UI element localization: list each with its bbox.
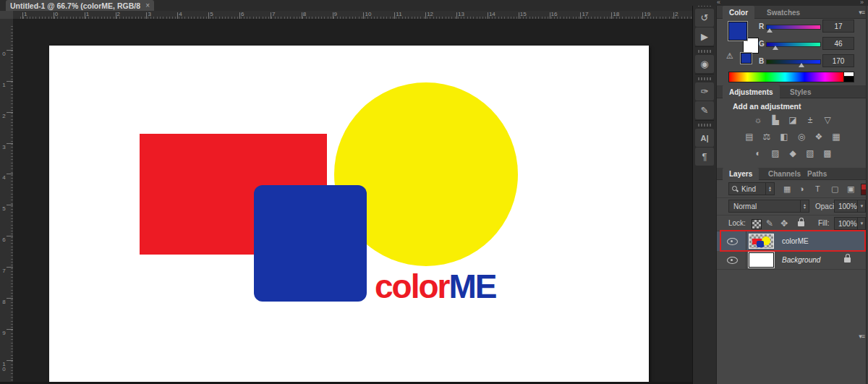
h-ruler-label: 10 xyxy=(365,12,371,17)
v-ruler-label: 6 xyxy=(1,237,7,242)
v-ruler-label: 10 xyxy=(1,362,7,372)
h-ruler-label: 16 xyxy=(551,12,558,17)
channel-r-slider-thumb[interactable] xyxy=(767,28,773,33)
visibility-eye-icon[interactable] xyxy=(727,257,738,264)
pasteboard[interactable]: colorME xyxy=(13,19,692,384)
filter-smart-object-icon[interactable]: ▣ xyxy=(847,184,854,194)
layers-panel-menu-icon[interactable]: ▾≡ xyxy=(859,333,864,340)
drag-grip-icon[interactable] xyxy=(698,50,711,53)
color-lookup-icon[interactable]: ▦ xyxy=(830,131,843,142)
lock-all-icon[interactable] xyxy=(798,221,804,226)
black-white-icon[interactable]: ◧ xyxy=(778,131,791,142)
color-spectrum-ramp[interactable] xyxy=(728,72,844,82)
logo-blue-square xyxy=(254,185,367,302)
lock-pixels-brush-icon[interactable]: ✎ xyxy=(766,218,773,229)
tab-layers[interactable]: Layers xyxy=(723,168,759,180)
fill-combo[interactable]: 100% ▼ xyxy=(834,217,866,230)
photoshop-window: Untitled-1 @ 66.7% (colorME, RGB/8) * × … xyxy=(0,0,868,384)
panel-dock: Color Swatches ▾≡ ⚠ R 17 G 46 B 170 xyxy=(716,6,868,384)
filter-adjustment-icon[interactable]: ◑ xyxy=(799,184,804,193)
color-panel-menu-icon[interactable]: ▾≡ xyxy=(859,9,864,16)
tab-paths[interactable]: Paths xyxy=(801,168,833,180)
adjustment-icons-row-1: ☼▙◪±▽ xyxy=(724,114,861,125)
paragraph-icon[interactable]: ¶ xyxy=(695,148,714,166)
layer-thumbnail[interactable] xyxy=(749,252,774,268)
gradient-map-icon[interactable]: ▧ xyxy=(804,148,817,158)
levels-icon[interactable]: ▙ xyxy=(770,114,782,125)
close-tab-icon[interactable]: × xyxy=(145,2,150,9)
document-tab[interactable]: Untitled-1 @ 66.7% (colorME, RGB/8) * × xyxy=(6,0,154,11)
curves-icon[interactable]: ◪ xyxy=(787,114,799,125)
posterize-icon[interactable]: ▨ xyxy=(770,148,782,158)
brush-settings-icon[interactable]: ✎ xyxy=(695,101,714,119)
channel-g-slider-thumb[interactable] xyxy=(773,46,778,50)
brush-presets-icon[interactable]: ✑ xyxy=(695,82,714,101)
filter-shape-icon[interactable]: ▢ xyxy=(831,184,838,194)
v-ruler-label: 0 xyxy=(1,51,7,56)
drag-grip-icon[interactable] xyxy=(698,124,711,127)
photo-filter-icon[interactable]: ◎ xyxy=(796,131,808,142)
layer-filter-kind-dropdown[interactable]: Kind ▲▼ xyxy=(728,182,775,195)
kind-label: Kind xyxy=(741,185,756,193)
tab-adjustments[interactable]: Adjustments xyxy=(723,85,780,98)
vertical-ruler[interactable]: 012345678910 xyxy=(0,19,14,382)
opacity-value: 100% xyxy=(838,202,857,210)
h-ruler-label: 13 xyxy=(458,12,464,17)
search-icon xyxy=(732,186,739,192)
h-ruler-label: 9 xyxy=(334,12,337,17)
v-ruler-label: 7 xyxy=(1,268,7,273)
channel-r-value[interactable]: 17 xyxy=(822,20,854,33)
selective-color-icon[interactable]: ▩ xyxy=(822,148,834,158)
blend-mode-value: Normal xyxy=(733,202,757,210)
panel-strip-group: A|¶ xyxy=(695,120,714,166)
channel-b-slider-thumb[interactable] xyxy=(799,63,804,67)
brightness-contrast-icon[interactable]: ☼ xyxy=(752,114,765,125)
color-balance-icon[interactable]: ⚖ xyxy=(761,131,773,142)
v-ruler-label: 8 xyxy=(1,299,7,304)
divider xyxy=(717,215,867,216)
adjustments-panel-tabs: Adjustments Styles ▾≡ xyxy=(717,85,868,98)
lock-position-icon[interactable]: ✥ xyxy=(780,218,788,229)
gamut-warning-icon[interactable]: ⚠ xyxy=(726,51,733,61)
drag-grip-icon[interactable] xyxy=(698,77,711,80)
tab-styles[interactable]: Styles xyxy=(783,85,817,98)
exposure-icon[interactable]: ± xyxy=(804,114,817,125)
v-ruler-label: 2 xyxy=(1,114,7,119)
opacity-combo[interactable]: 100% ▼ xyxy=(834,200,866,213)
vibrance-icon[interactable]: ▽ xyxy=(822,114,834,125)
expand-panels-icon[interactable]: » xyxy=(860,0,864,6)
lock-transparency-icon[interactable] xyxy=(752,219,762,229)
updown-arrows-icon: ▲▼ xyxy=(800,200,809,212)
channel-g-value[interactable]: 46 xyxy=(822,37,854,50)
h-ruler-label: 18 xyxy=(613,12,619,17)
properties-icon[interactable]: ◉ xyxy=(695,55,714,73)
layer-row-background[interactable]: Background xyxy=(717,251,867,269)
channel-mixer-icon[interactable]: ❖ xyxy=(813,131,825,142)
history-icon[interactable]: ↺ xyxy=(695,9,714,27)
canvas[interactable]: colorME xyxy=(49,46,649,384)
foreground-color-swatch[interactable] xyxy=(728,22,747,40)
channel-b-slider[interactable] xyxy=(766,59,821,64)
v-ruler-label: 9 xyxy=(1,330,7,336)
invert-icon[interactable]: ◐ xyxy=(752,148,765,158)
collapse-panels-icon[interactable]: « xyxy=(717,0,720,6)
hue-saturation-icon[interactable]: ▤ xyxy=(744,131,756,142)
character-icon[interactable]: A| xyxy=(695,129,714,147)
h-ruler-label: 6 xyxy=(241,12,244,17)
h-ruler-label: 11 xyxy=(396,12,401,17)
ramp-black-swatch[interactable] xyxy=(843,76,854,82)
fill-value: 100% xyxy=(838,220,857,228)
web-safe-color-swatch[interactable] xyxy=(740,52,752,64)
v-ruler-label: 5 xyxy=(1,206,7,211)
filter-pixel-icon[interactable]: ▦ xyxy=(783,184,791,194)
channel-r-slider[interactable] xyxy=(766,25,821,30)
actions-icon[interactable]: ▶ xyxy=(695,27,714,46)
tab-swatches[interactable]: Swatches xyxy=(760,6,807,19)
h-ruler-label: 7 xyxy=(272,12,275,17)
tab-color[interactable]: Color xyxy=(723,6,754,19)
blend-mode-dropdown[interactable]: Normal ▲▼ xyxy=(728,200,809,213)
filter-type-icon[interactable]: T xyxy=(815,184,820,193)
h-ruler-label: 17 xyxy=(582,12,588,17)
channel-b-value[interactable]: 170 xyxy=(822,54,854,67)
threshold-icon[interactable]: ◆ xyxy=(787,148,799,158)
